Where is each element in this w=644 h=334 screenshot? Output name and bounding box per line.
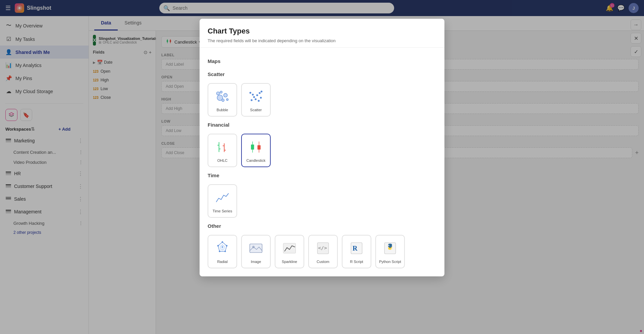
- other-chart-grid: Radial Image: [208, 235, 436, 268]
- section-maps: Maps: [208, 58, 436, 66]
- time-chart-grid: Time Series: [208, 184, 436, 218]
- scatter-chart-grid: Bubble: [208, 83, 436, 117]
- chart-python-script[interactable]: Python Script: [375, 235, 405, 268]
- svg-rect-64: [389, 247, 391, 248]
- custom-icon: </>: [314, 240, 332, 257]
- svg-point-27: [256, 94, 258, 96]
- modal-subtitle: The required fields will be indicated de…: [208, 38, 436, 43]
- svg-point-23: [226, 98, 228, 101]
- svg-point-53: [224, 251, 226, 252]
- svg-point-26: [253, 96, 255, 98]
- python-script-label: Python Script: [379, 260, 401, 264]
- svg-point-65: [388, 245, 389, 246]
- svg-point-31: [255, 98, 257, 101]
- chart-types-modal: Chart Types The required fields will be …: [200, 19, 444, 276]
- modal-body: Maps Scatter: [200, 48, 444, 276]
- chart-r-script[interactable]: R R Script: [342, 235, 371, 268]
- radial-icon: [214, 240, 231, 257]
- chart-sparkline[interactable]: Sparkline: [275, 235, 304, 268]
- candlestick-icon: [247, 138, 265, 156]
- chart-candlestick[interactable]: Candlestick: [241, 134, 271, 167]
- svg-point-25: [251, 99, 253, 101]
- radial-label: Radial: [217, 260, 227, 264]
- financial-chart-grid: OHLC Candlestick: [208, 134, 436, 167]
- ohlc-icon: [214, 138, 231, 156]
- svg-point-29: [252, 94, 254, 96]
- svg-point-32: [258, 100, 260, 102]
- chart-image[interactable]: Image: [241, 235, 271, 268]
- chart-bubble[interactable]: Bubble: [208, 83, 237, 117]
- custom-label: Custom: [317, 260, 329, 264]
- scatter-label: Scatter: [250, 108, 262, 112]
- candlestick-label: Candlestick: [247, 158, 266, 162]
- ohlc-label: OHLC: [217, 158, 228, 162]
- svg-point-50: [222, 246, 223, 248]
- svg-point-55: [217, 245, 219, 247]
- svg-point-34: [261, 90, 263, 92]
- section-financial: Financial: [208, 122, 436, 130]
- chart-radial[interactable]: Radial: [208, 235, 237, 268]
- python-script-icon: [381, 240, 399, 257]
- chart-scatter[interactable]: Scatter: [241, 83, 271, 117]
- svg-text:</>: </>: [318, 245, 327, 251]
- svg-point-66: [391, 248, 392, 249]
- r-script-label: R Script: [350, 260, 363, 264]
- section-other: Other: [208, 223, 436, 231]
- scatter-icon: [247, 88, 265, 105]
- modal-header: Chart Types The required fields will be …: [200, 19, 444, 48]
- svg-point-21: [222, 99, 224, 101]
- svg-point-54: [219, 251, 220, 252]
- time-series-icon: [214, 189, 231, 206]
- svg-rect-44: [258, 145, 261, 149]
- modal-title: Chart Types: [208, 27, 436, 36]
- chart-custom[interactable]: </> Custom: [308, 235, 338, 268]
- chart-ohlc[interactable]: OHLC: [208, 134, 237, 167]
- svg-rect-58: [283, 243, 296, 253]
- svg-point-28: [259, 92, 261, 94]
- sparkline-icon: [281, 240, 298, 257]
- section-time: Time: [208, 173, 436, 180]
- bubble-icon: [214, 88, 231, 105]
- image-label: Image: [251, 260, 261, 264]
- svg-rect-42: [251, 145, 254, 150]
- section-scatter: Scatter: [208, 71, 436, 79]
- r-script-icon: R: [348, 240, 365, 257]
- svg-point-24: [220, 91, 222, 93]
- sparkline-label: Sparkline: [282, 260, 297, 264]
- svg-point-30: [260, 97, 262, 99]
- svg-point-20: [224, 93, 227, 97]
- svg-point-22: [216, 92, 219, 95]
- chart-time-series[interactable]: Time Series: [208, 184, 237, 218]
- svg-point-33: [250, 92, 252, 94]
- svg-point-51: [222, 241, 223, 243]
- modal-overlay[interactable]: Chart Types The required fields will be …: [0, 0, 644, 334]
- bubble-label: Bubble: [217, 108, 228, 112]
- svg-point-52: [226, 245, 228, 247]
- time-series-label: Time Series: [213, 209, 232, 213]
- image-icon: [247, 240, 265, 257]
- svg-text:R: R: [353, 245, 358, 252]
